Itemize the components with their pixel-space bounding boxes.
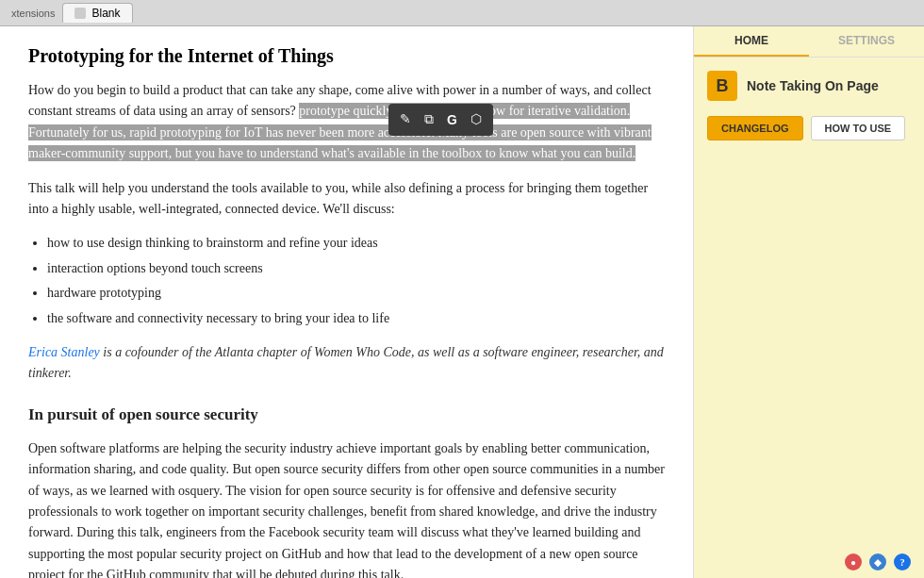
red-circle-icon[interactable]: ● — [845, 553, 862, 570]
changelog-button[interactable]: CHANGELOG — [707, 116, 803, 140]
tab-icon — [74, 8, 86, 19]
article-content: Prototyping for the Internet of Things H… — [0, 26, 693, 578]
note-header: B Note Taking On Page — [707, 71, 911, 101]
list-item: the software and connectivity necessary … — [47, 308, 665, 329]
paragraph-1: How do you begin to build a product that… — [28, 80, 665, 165]
panel-footer: ● ◆ ? — [694, 546, 924, 578]
tab-label: Blank — [91, 7, 120, 20]
how-to-use-button[interactable]: HOW TO USE — [811, 116, 906, 140]
browser-tab[interactable]: Blank — [62, 3, 132, 23]
article-title: Prototyping for the Internet of Things — [28, 45, 665, 67]
browser-bar: xtensions Blank — [0, 0, 924, 26]
note-title: Note Taking On Page — [747, 78, 879, 93]
edit-icon[interactable]: ✎ — [396, 107, 415, 132]
author-link-1[interactable]: Erica Stanley — [28, 345, 100, 359]
selection-toolbar[interactable]: ✎ ⧉ G ⬡ — [388, 104, 493, 136]
tab-home[interactable]: HOME — [694, 26, 809, 57]
extensions-label: xtensions — [11, 8, 55, 19]
panel-body: B Note Taking On Page CHANGELOG HOW TO U… — [694, 58, 924, 546]
list-item: how to use design thinking to brainstorm… — [47, 233, 665, 254]
list-item: hardware prototyping — [47, 283, 665, 304]
share-icon[interactable]: ⬡ — [467, 107, 486, 132]
panel-tabs: HOME SETTINGS — [694, 26, 924, 58]
main-area: Prototyping for the Internet of Things H… — [0, 26, 924, 578]
help-circle-icon[interactable]: ? — [894, 553, 911, 570]
list-item: interaction options beyond touch screens — [47, 258, 665, 279]
article-body: How do you begin to build a product that… — [28, 80, 665, 578]
tab-settings[interactable]: SETTINGS — [809, 26, 924, 57]
topics-list: how to use design thinking to brainstorm… — [47, 233, 665, 329]
section-2-title: In pursuit of open source security — [28, 402, 665, 427]
panel-buttons: CHANGELOG HOW TO USE — [707, 116, 911, 140]
paragraph-3: Open software platforms are helping the … — [28, 438, 665, 578]
note-icon: B — [707, 71, 737, 101]
paragraph-2: This talk will help you understand the t… — [28, 178, 665, 221]
author-bio-1: Erica Stanley is a cofounder of the Atla… — [28, 342, 665, 385]
google-icon[interactable]: G — [443, 107, 461, 132]
blue-circle-icon[interactable]: ◆ — [869, 553, 886, 570]
copy-icon[interactable]: ⧉ — [421, 107, 437, 132]
right-panel: HOME SETTINGS B Note Taking On Page CHAN… — [693, 26, 924, 578]
